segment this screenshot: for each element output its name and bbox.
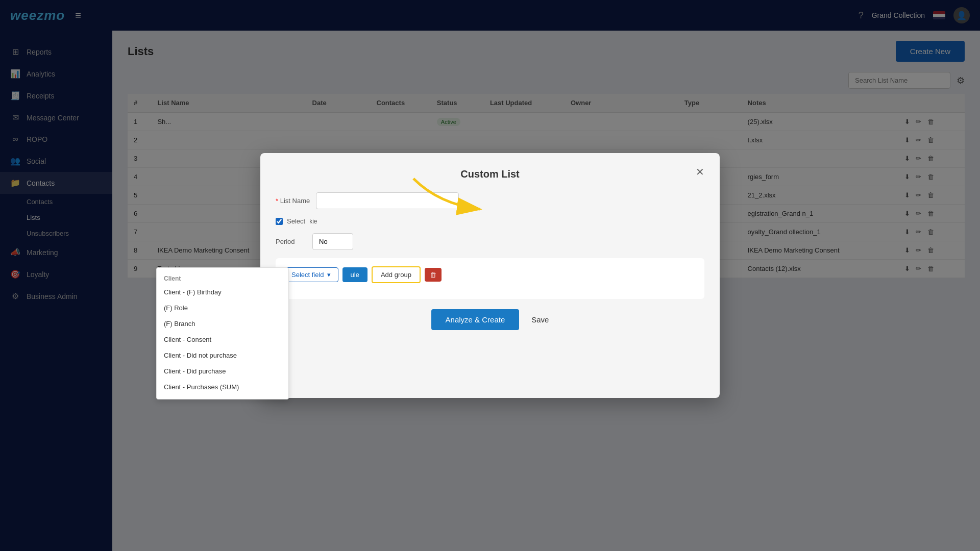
list-name-label: * List Name xyxy=(276,197,310,205)
select-checkbox[interactable] xyxy=(276,218,283,225)
dropdown-item-role[interactable]: (F) Role xyxy=(157,300,288,316)
analyze-create-button[interactable]: Analyze & Create xyxy=(431,309,520,330)
modal-close-button[interactable]: ✕ xyxy=(696,166,704,178)
select-row: Select kie xyxy=(276,217,704,225)
period-input[interactable] xyxy=(312,233,353,250)
modal-footer: Analyze & Create Save xyxy=(276,309,704,330)
delete-rule-button[interactable]: 🗑 xyxy=(425,268,442,282)
list-name-input[interactable] xyxy=(316,192,459,209)
modal-body: * List Name Select kie Period Select fie… xyxy=(276,192,704,299)
custom-list-modal: Custom List ✕ * List Name Select kie Per… xyxy=(260,153,720,398)
rule-row: Select field ▾ Client Client - (F) Birth… xyxy=(284,266,696,283)
add-group-label: Add group xyxy=(381,271,411,279)
select-field-container: Select field ▾ Client Client - (F) Birth… xyxy=(284,267,338,282)
dropdown-header: Client xyxy=(157,272,288,284)
period-row: Period xyxy=(276,233,704,250)
required-star: * xyxy=(276,197,278,205)
select-label: Select xyxy=(287,217,305,225)
modal-header: Custom List ✕ xyxy=(276,168,704,180)
save-button[interactable]: Save xyxy=(531,315,549,324)
add-rule-label: ule xyxy=(351,271,359,279)
list-name-row: * List Name xyxy=(276,192,704,209)
dropdown-scroll: Client - (F) Birthday (F) Role (F) Branc… xyxy=(157,284,288,395)
select-field-label: Select field xyxy=(291,271,324,279)
rule-area: Select field ▾ Client Client - (F) Birth… xyxy=(276,258,704,299)
cookie-label: kie xyxy=(309,218,317,225)
period-label: Period xyxy=(276,238,306,245)
dropdown-item-did-purchase[interactable]: Client - Did purchase xyxy=(157,363,288,379)
select-field-button[interactable]: Select field ▾ xyxy=(284,267,338,282)
dropdown-item-consent[interactable]: Client - Consent xyxy=(157,332,288,347)
field-dropdown-menu: Client Client - (F) Birthday (F) Role (F… xyxy=(156,267,289,399)
chevron-down-icon: ▾ xyxy=(327,271,331,279)
add-rule-button[interactable]: ule xyxy=(342,267,368,282)
add-group-button[interactable]: Add group xyxy=(372,266,421,283)
dropdown-item-purchases-sum[interactable]: Client - Purchases (SUM) xyxy=(157,379,288,395)
dropdown-item-did-not-purchase[interactable]: Client - Did not purchase xyxy=(157,347,288,363)
dropdown-item-birthday[interactable]: Client - (F) Birthday xyxy=(157,284,288,300)
dropdown-item-branch[interactable]: (F) Branch xyxy=(157,316,288,332)
modal-title: Custom List xyxy=(460,168,520,180)
